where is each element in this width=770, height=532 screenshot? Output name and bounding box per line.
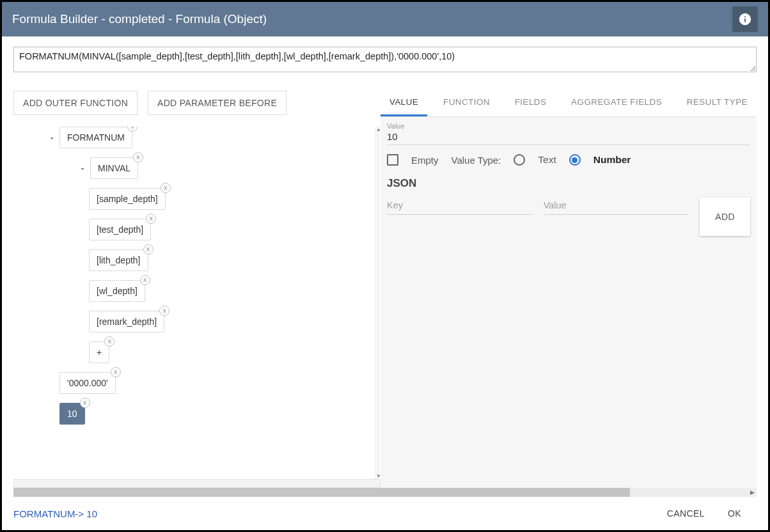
value-input[interactable]: [387, 130, 750, 145]
window-title: Formula Builder - completed - Formula (O…: [12, 12, 732, 26]
tree-row-test-depth: [test_depth] X: [89, 219, 380, 240]
node-value-10[interactable]: 10 X: [59, 403, 85, 425]
node-label: '0000.000': [67, 378, 108, 388]
close-icon[interactable]: X: [146, 214, 156, 224]
main-content: ADD OUTER FUNCTION ADD PARAMETER BEFORE …: [2, 84, 768, 488]
json-heading: JSON: [387, 177, 750, 190]
collapse-toggle[interactable]: -: [44, 132, 59, 143]
tab-aggregate-fields[interactable]: AGGREGATE FIELDS: [562, 91, 671, 116]
node-sample-depth[interactable]: [sample_depth] X: [89, 188, 166, 210]
close-icon[interactable]: X: [111, 367, 121, 377]
tree-row-lith-depth: [lith_depth] X: [89, 249, 380, 271]
node-label: [test_depth]: [97, 224, 143, 235]
node-add-param[interactable]: + X: [89, 341, 109, 363]
window-horizontal-scrollbar[interactable]: ◀ ▶: [13, 488, 757, 497]
tree-toolbar: ADD OUTER FUNCTION ADD PARAMETER BEFORE: [13, 84, 381, 127]
tree-row-formatnum: - FORMATNUM X: [44, 127, 380, 148]
close-icon[interactable]: X: [133, 152, 143, 162]
info-button[interactable]: [732, 6, 758, 32]
close-icon[interactable]: X: [159, 306, 169, 316]
titlebar: Formula Builder - completed - Formula (O…: [2, 2, 768, 36]
add-parameter-before-button[interactable]: ADD PARAMETER BEFORE: [148, 91, 287, 115]
tab-value[interactable]: VALUE: [381, 91, 427, 116]
add-outer-function-button[interactable]: ADD OUTER FUNCTION: [13, 91, 138, 115]
tree-panel: ADD OUTER FUNCTION ADD PARAMETER BEFORE …: [13, 84, 381, 488]
tree-vertical-scrollbar[interactable]: ▲▼: [375, 127, 381, 479]
close-icon[interactable]: X: [143, 244, 153, 254]
tree-scroll[interactable]: - FORMATNUM X - MINVAL X: [13, 127, 380, 479]
node-test-depth[interactable]: [test_depth] X: [89, 219, 151, 240]
node-format-string[interactable]: '0000.000' X: [59, 372, 116, 394]
json-add-button[interactable]: ADD: [700, 198, 750, 236]
tree-row-remark-depth: [remark_depth] X: [89, 311, 380, 332]
tree-horizontal-scrollbar[interactable]: [13, 479, 381, 488]
node-wl-depth[interactable]: [wl_depth] X: [89, 280, 145, 302]
cancel-button[interactable]: CANCEL: [656, 503, 716, 524]
close-icon[interactable]: X: [104, 336, 114, 347]
radio-text-label: Text: [538, 154, 556, 166]
tree-row-wl-depth: [wl_depth] X: [89, 280, 380, 302]
tab-function[interactable]: FUNCTION: [434, 91, 499, 116]
close-icon[interactable]: X: [140, 275, 150, 285]
formula-textarea[interactable]: FORMATNUM(MINVAL([sample_depth],[test_de…: [13, 47, 757, 72]
value-type-label: Value Type:: [452, 155, 501, 166]
node-remark-depth[interactable]: [remark_depth] X: [89, 311, 164, 332]
node-label: [sample_depth]: [97, 194, 158, 204]
node-label: FORMATNUM: [67, 132, 125, 143]
json-key-input[interactable]: [387, 198, 532, 215]
scroll-up-icon: ▲: [376, 127, 381, 132]
tree-row-value-10: 10 X: [59, 403, 380, 425]
json-value-input[interactable]: [544, 198, 689, 215]
tree-scroll-wrap: - FORMATNUM X - MINVAL X: [13, 127, 381, 479]
scroll-right-icon: ▶: [748, 488, 757, 497]
formula-expression-area: FORMATNUM(MINVAL([sample_depth],[test_de…: [2, 36, 768, 84]
node-label: [remark_depth]: [97, 317, 157, 327]
info-icon: [738, 12, 752, 26]
radio-text[interactable]: [514, 154, 525, 166]
formula-builder-window: Formula Builder - completed - Formula (O…: [0, 0, 770, 532]
scrollbar-thumb[interactable]: [13, 488, 630, 497]
breadcrumb: FORMATNUM-> 10: [13, 508, 656, 519]
json-row: ADD: [387, 198, 750, 236]
value-field-block: Value: [387, 122, 750, 145]
footer: FORMATNUM-> 10 CANCEL OK: [2, 497, 768, 530]
scroll-down-icon: ▼: [376, 473, 381, 479]
value-field-label: Value: [387, 122, 750, 130]
empty-label: Empty: [411, 155, 439, 166]
tab-result-type[interactable]: RESULT TYPE: [678, 91, 757, 116]
node-label: MINVAL: [98, 163, 130, 173]
tree-row-minval: - MINVAL X: [75, 157, 380, 179]
tab-fields[interactable]: FIELDS: [506, 91, 556, 116]
node-label: +: [97, 347, 102, 357]
radio-number[interactable]: [569, 154, 581, 166]
tree-row-add-param: + X: [89, 341, 380, 363]
value-options-row: Empty Value Type: Text Number: [387, 154, 750, 166]
node-minval[interactable]: MINVAL X: [90, 157, 138, 179]
node-formatnum[interactable]: FORMATNUM X: [59, 127, 132, 148]
value-panel: Value Empty Value Type: Text Number JSON: [381, 117, 757, 488]
tree-row-sample-depth: [sample_depth] X: [89, 188, 380, 210]
ok-button[interactable]: OK: [716, 503, 753, 524]
collapse-toggle[interactable]: -: [75, 163, 90, 173]
radio-number-label: Number: [593, 154, 631, 166]
node-label: [lith_depth]: [97, 255, 141, 265]
formula-tree: - FORMATNUM X - MINVAL X: [13, 127, 380, 446]
empty-checkbox[interactable]: [387, 154, 398, 166]
node-lith-depth[interactable]: [lith_depth] X: [89, 249, 148, 271]
close-icon[interactable]: X: [161, 183, 171, 193]
tree-row-format-string: '0000.000' X: [59, 372, 380, 394]
detail-panel: VALUE FUNCTION FIELDS AGGREGATE FIELDS R…: [381, 84, 757, 488]
detail-tabs: VALUE FUNCTION FIELDS AGGREGATE FIELDS R…: [381, 84, 757, 117]
node-label: 10: [67, 409, 77, 419]
close-icon[interactable]: X: [80, 398, 90, 408]
close-icon[interactable]: X: [127, 127, 138, 132]
node-label: [wl_depth]: [97, 286, 138, 296]
